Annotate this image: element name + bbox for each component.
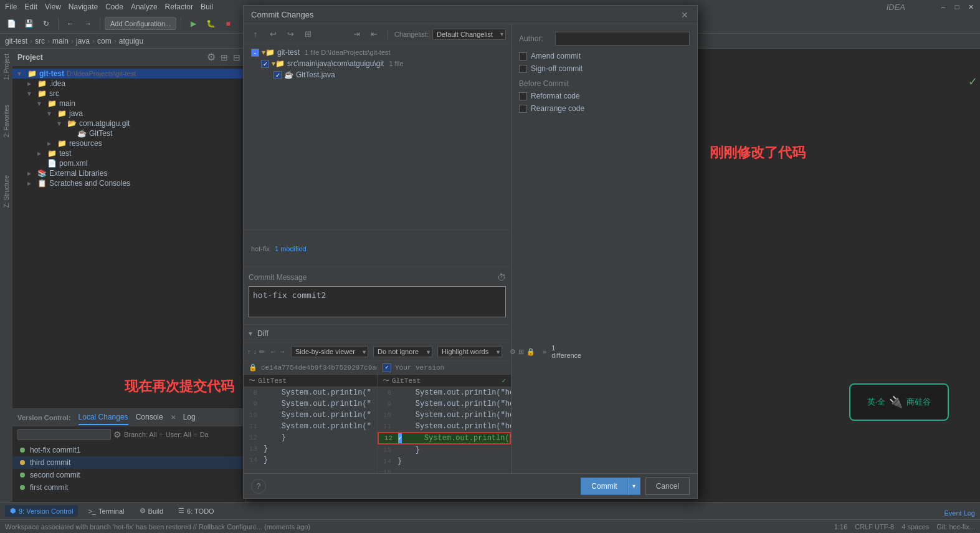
reformat-checkbox[interactable] bbox=[519, 92, 527, 100]
commit-msg-icon[interactable]: ⏱ bbox=[497, 272, 506, 282]
cl-grid-btn[interactable]: ⊞ bbox=[301, 27, 315, 41]
sidebar-tab-project[interactable]: 1: Project bbox=[2, 51, 11, 82]
menu-refactor[interactable]: Refactor bbox=[165, 2, 193, 11]
commit-item-2[interactable]: second commit bbox=[12, 469, 245, 481]
mft-sub[interactable]: ✓ ▾📁 src\main\java\com\atguigu\git 1 fil… bbox=[244, 58, 511, 69]
sidebar-tab-structure[interactable]: Z: Structure bbox=[2, 173, 11, 210]
diff-line-checkbox[interactable]: ✓ bbox=[398, 433, 402, 443]
diff-prev-btn[interactable]: ← bbox=[270, 345, 277, 358]
breadcrumb-main[interactable]: main bbox=[52, 37, 69, 46]
status-git[interactable]: Git: hoc-fix... bbox=[936, 523, 975, 531]
tree-idea[interactable]: ▸ 📁 .idea bbox=[12, 79, 245, 89]
mft-file[interactable]: ✓ ☕ GltTest.java bbox=[244, 69, 511, 80]
toolbar-debug-btn[interactable]: 🐛 bbox=[203, 16, 218, 31]
menu-file[interactable]: File bbox=[5, 2, 17, 11]
modal-close-btn[interactable]: ✕ bbox=[680, 10, 690, 20]
date-label[interactable]: Da bbox=[200, 431, 209, 438]
cl-redo-btn[interactable]: ↪ bbox=[283, 27, 297, 41]
status-encoding[interactable]: CRLF UTF-8 bbox=[855, 523, 894, 531]
status-position[interactable]: 1:16 bbox=[834, 523, 847, 531]
mft-file-checkbox[interactable]: ✓ bbox=[274, 71, 282, 79]
toolbar-run-btn[interactable]: ▶ bbox=[186, 16, 201, 31]
vc-tab-local-changes[interactable]: Local Changes bbox=[78, 410, 128, 425]
user-label[interactable]: User: All bbox=[166, 431, 191, 438]
diff-down-btn[interactable]: ↓ bbox=[254, 345, 257, 358]
project-collapse-icon[interactable]: ⊟ bbox=[233, 52, 240, 62]
restore-btn[interactable]: □ bbox=[953, 2, 961, 11]
toolbar-back-btn[interactable]: ← bbox=[63, 16, 78, 31]
rearrange-checkbox[interactable] bbox=[519, 105, 527, 113]
breadcrumb-com[interactable]: com bbox=[97, 37, 112, 46]
project-expand-icon[interactable]: ⊞ bbox=[221, 52, 228, 62]
toolbar-new-btn[interactable]: 📄 bbox=[4, 16, 19, 31]
mft-sub-checkbox[interactable]: ✓ bbox=[261, 60, 269, 68]
add-configuration-btn[interactable]: Add Configuration... bbox=[105, 17, 176, 30]
commit-item-0[interactable]: hot-fix commit1 bbox=[12, 444, 245, 456]
menu-build[interactable]: Buil bbox=[201, 2, 213, 11]
vc-settings-icon[interactable]: ⚙ bbox=[113, 430, 121, 439]
breadcrumb-java[interactable]: java bbox=[76, 37, 90, 46]
tree-main[interactable]: ▾ 📁 main bbox=[12, 98, 245, 108]
breadcrumb-git-test[interactable]: git-test bbox=[5, 37, 27, 46]
menu-edit[interactable]: Edit bbox=[24, 2, 37, 11]
cl-up-btn[interactable]: ↑ bbox=[249, 27, 262, 41]
mft-root-checkbox[interactable]: - bbox=[251, 49, 259, 57]
tree-java[interactable]: ▾ 📁 java bbox=[12, 108, 245, 118]
minimize-btn[interactable]: – bbox=[939, 2, 948, 11]
changelist-select[interactable]: Default Changelist bbox=[432, 29, 506, 40]
toolbar-save-btn[interactable]: 💾 bbox=[21, 16, 36, 31]
tree-src[interactable]: ▾ 📁 src bbox=[12, 89, 245, 98]
diff-next-btn[interactable]: → bbox=[279, 345, 286, 358]
tree-pom[interactable]: 📄 pom.xml bbox=[12, 158, 245, 168]
vc-console-close[interactable]: ✕ bbox=[171, 414, 176, 421]
bottom-tab-build[interactable]: ⚙ Build bbox=[135, 505, 168, 517]
menu-analyze[interactable]: Analyze bbox=[131, 2, 158, 11]
vc-tab-log[interactable]: Log bbox=[183, 410, 196, 425]
commit-btn[interactable]: Commit bbox=[581, 478, 627, 495]
author-input[interactable] bbox=[555, 32, 690, 46]
menu-navigate[interactable]: Navigate bbox=[69, 2, 98, 11]
viewer-select[interactable]: Side-by-side viewer bbox=[291, 346, 368, 357]
vc-search-input[interactable] bbox=[17, 429, 111, 440]
bottom-tab-vc[interactable]: ⬢ 9: Version Control bbox=[5, 505, 78, 517]
toolbar-stop-btn[interactable]: ■ bbox=[221, 16, 235, 31]
cl-align-btn[interactable]: ⇥ bbox=[350, 27, 364, 41]
diff-up-btn[interactable]: ↑ bbox=[247, 345, 251, 358]
branch-label[interactable]: Branch: All bbox=[124, 431, 157, 438]
vc-tab-console[interactable]: Console bbox=[136, 410, 163, 425]
breadcrumb-src[interactable]: src bbox=[35, 37, 45, 46]
cancel-btn[interactable]: Cancel bbox=[645, 478, 690, 495]
vc-title[interactable]: Version Control: bbox=[17, 414, 71, 421]
toolbar-sync-btn[interactable]: ↻ bbox=[39, 16, 54, 31]
menu-code[interactable]: Code bbox=[105, 2, 123, 11]
highlight-select[interactable]: Highlight words bbox=[437, 346, 502, 357]
sidebar-tab-favorites[interactable]: 2: Favorites bbox=[2, 102, 11, 140]
commit-item-3[interactable]: first commit bbox=[12, 481, 245, 494]
status-spaces[interactable]: 4 spaces bbox=[902, 523, 929, 531]
signoff-checkbox[interactable] bbox=[519, 65, 527, 73]
breadcrumb-atguigu[interactable]: atguigu bbox=[119, 37, 143, 46]
ignore-select[interactable]: Do not ignore bbox=[373, 346, 432, 357]
diff-edit-btn[interactable]: ✏ bbox=[259, 345, 265, 358]
cl-undo-btn[interactable]: ↩ bbox=[266, 27, 280, 41]
bottom-tab-terminal[interactable]: >_ Terminal bbox=[83, 506, 129, 517]
tree-test[interactable]: ▸ 📁 test bbox=[12, 148, 245, 158]
bottom-tab-todo[interactable]: ☰ 6: TODO bbox=[173, 505, 219, 517]
tree-com-atguigu[interactable]: ▾ 📂 com.atguigu.git bbox=[12, 118, 245, 128]
mft-root[interactable]: - ▾📁 git-test 1 file D:\IdeaProjects\git… bbox=[244, 47, 511, 58]
project-settings-icon[interactable]: ⚙ bbox=[207, 51, 216, 63]
commit-item-1[interactable]: third commit bbox=[12, 456, 245, 469]
tree-scratches[interactable]: ▸ 📋 Scratches and Consoles bbox=[12, 178, 245, 188]
menu-view[interactable]: View bbox=[45, 2, 61, 11]
tree-resources[interactable]: ▸ 📁 resources bbox=[12, 138, 245, 148]
commit-dropdown-btn[interactable]: ▾ bbox=[628, 478, 640, 495]
cl-align2-btn[interactable]: ⇤ bbox=[368, 27, 381, 41]
amend-checkbox[interactable] bbox=[519, 52, 527, 60]
help-btn[interactable]: ? bbox=[251, 479, 266, 494]
tree-root[interactable]: ▾ 📁 git-test D:\IdeaProjects\git-test bbox=[12, 69, 245, 79]
close-btn[interactable]: ✕ bbox=[966, 2, 975, 11]
diff-right-checkbox[interactable]: ✓ bbox=[383, 363, 391, 372]
commit-message-input[interactable]: hot-fix commit2 bbox=[249, 286, 506, 317]
tree-external-libs[interactable]: ▸ 📚 External Libraries bbox=[12, 168, 245, 178]
diff-collapse-icon[interactable]: ▾ bbox=[249, 329, 252, 338]
